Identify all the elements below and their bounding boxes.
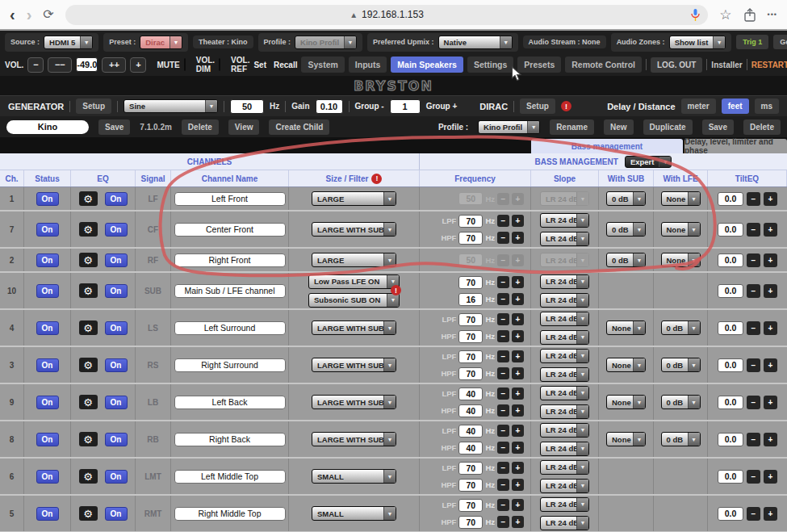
frequency-minus-button[interactable]: − [497, 350, 509, 362]
tilteq-input[interactable]: 0.0 [718, 253, 743, 267]
with-lfe-select[interactable]: None▼ [661, 253, 701, 267]
address-bar[interactable]: ▲ 192.168.1.153 [65, 5, 709, 25]
upmix-select[interactable]: Native▼ [438, 36, 513, 49]
frequency-minus-button[interactable]: − [497, 499, 509, 511]
browser-menu-icon[interactable]: ••• [768, 11, 777, 19]
with-sub-select[interactable]: None▼ [606, 320, 646, 335]
bass-mode-select[interactable]: Expert▼ [625, 156, 672, 168]
size-filter-select[interactable]: LARGE WITH SUB▼ [312, 358, 396, 372]
frequency-plus-button[interactable]: + [512, 293, 524, 305]
tilteq-input[interactable]: 0.0 [718, 321, 743, 335]
slope-select[interactable]: LR 24 dB▼ [540, 386, 589, 400]
slope-select[interactable]: LR 24 dB▼ [540, 213, 589, 228]
bookmark-star-icon[interactable]: ☆ [719, 8, 731, 22]
slope-select[interactable]: LR 24 dB▼ [540, 253, 589, 267]
with-sub-select[interactable]: 0 dB▼ [606, 191, 646, 206]
vol-minus-button[interactable]: − [27, 57, 44, 73]
config-name-input[interactable]: Kino [6, 120, 89, 134]
tilteq-minus-button[interactable]: − [747, 507, 760, 521]
tab-system[interactable]: System [301, 57, 344, 73]
eq-gear-icon[interactable]: ⚙ [79, 283, 98, 298]
tilteq-plus-button[interactable]: + [764, 253, 777, 267]
frequency-input[interactable]: 70 [458, 350, 483, 363]
browser-back-icon[interactable]: ‹ [10, 6, 15, 23]
with-lfe-select[interactable]: 0 dB▼ [661, 320, 701, 335]
unit-meter-button[interactable]: meter [681, 98, 716, 114]
frequency-minus-button[interactable]: − [497, 425, 509, 437]
tilteq-plus-button[interactable]: + [764, 192, 777, 206]
tilteq-plus-button[interactable]: + [764, 507, 777, 521]
with-sub-select[interactable]: 0 dB▼ [606, 222, 646, 237]
frequency-minus-button[interactable]: − [497, 387, 509, 400]
frequency-input[interactable]: 16 [458, 293, 483, 306]
channel-name-input[interactable]: Main Sub / LFE channel [174, 284, 286, 298]
frequency-plus-button[interactable]: + [512, 442, 524, 454]
profile-duplicate-button[interactable]: Duplicate [643, 119, 693, 135]
slope-select[interactable]: LR 24 dB▼ [540, 191, 589, 206]
frequency-plus-button[interactable]: + [512, 350, 524, 362]
tilteq-minus-button[interactable]: − [747, 284, 760, 298]
slope-select[interactable]: LR 24 dB▼ [540, 404, 589, 419]
slope-select[interactable]: LR 24 dB▼ [540, 497, 589, 512]
with-lfe-select[interactable]: 0 dB▼ [661, 395, 701, 409]
tilteq-input[interactable]: 0.0 [718, 223, 743, 237]
preset-select[interactable]: Dirac▼ [140, 36, 182, 49]
profile-save-button[interactable]: Save [702, 119, 734, 135]
tilteq-minus-button[interactable]: − [747, 396, 760, 409]
frequency-input[interactable]: 70 [458, 215, 483, 228]
frequency-input[interactable]: 70 [458, 313, 483, 326]
with-lfe-select[interactable]: None▼ [661, 222, 701, 237]
vol-plus-big-button[interactable]: ++ [102, 57, 126, 73]
vol-plus-button[interactable]: + [130, 57, 146, 73]
config-save-button[interactable]: Save [98, 119, 130, 135]
profile-delete-button[interactable]: Delete [743, 119, 781, 135]
frequency-plus-button[interactable]: + [512, 425, 524, 437]
frequency-minus-button[interactable]: − [497, 276, 509, 288]
size-filter-select[interactable]: LARGE WITH SUB▼ [312, 222, 396, 237]
channel-name-input[interactable]: Center Front [174, 223, 286, 237]
config-delete-button[interactable]: Delete [182, 119, 219, 135]
status-on-button[interactable]: On [36, 253, 59, 267]
generator-freq-input[interactable]: 50 [230, 99, 264, 114]
size-filter-select[interactable]: SMALL▼ [312, 469, 396, 484]
dirac-setup-button[interactable]: Setup [520, 98, 555, 114]
size-filter-select[interactable]: Subsonic SUB ON▼ [308, 293, 400, 308]
status-on-button[interactable]: On [36, 470, 59, 484]
status-on-button[interactable]: On [36, 223, 59, 237]
eq-on-button[interactable]: On [105, 321, 128, 335]
size-filter-select[interactable]: LARGE WITH SUB▼ [312, 320, 396, 335]
status-on-button[interactable]: On [36, 192, 59, 206]
tab-delay-level-limiter-phase[interactable]: Delay, level, limiter and phase [684, 139, 787, 153]
slope-select[interactable]: LR 24 dB▼ [540, 423, 589, 438]
browser-forward-icon[interactable]: › [27, 6, 32, 23]
status-on-button[interactable]: On [36, 321, 59, 335]
vol-input[interactable]: -49.0 [76, 57, 98, 72]
tilteq-plus-button[interactable]: + [764, 321, 777, 335]
tilteq-plus-button[interactable]: + [764, 433, 777, 446]
restart-system-button[interactable]: RESTART [751, 61, 787, 69]
eq-gear-icon[interactable]: ⚙ [79, 253, 98, 267]
frequency-plus-button[interactable]: + [512, 313, 524, 325]
tilteq-input[interactable]: 0.0 [718, 433, 743, 446]
with-lfe-select[interactable]: None▼ [661, 191, 701, 206]
slope-select[interactable]: LR 24 dB▼ [540, 367, 589, 382]
frequency-minus-button[interactable]: − [497, 442, 509, 454]
group-plus-button[interactable]: Group + [426, 102, 458, 111]
frequency-input[interactable]: 70 [458, 232, 483, 245]
generator-setup-button[interactable]: Setup [76, 98, 111, 114]
eq-on-button[interactable]: On [105, 253, 128, 267]
tab-inputs[interactable]: Inputs [349, 57, 387, 73]
frequency-minus-button[interactable]: − [497, 330, 509, 342]
frequency-plus-button[interactable]: + [512, 367, 524, 379]
frequency-input[interactable]: 40 [458, 404, 483, 417]
eq-on-button[interactable]: On [105, 358, 128, 372]
tab-presets[interactable]: Presets [517, 57, 561, 73]
profile-rename-button[interactable]: Rename [550, 119, 594, 135]
with-sub-select[interactable]: None▼ [606, 395, 646, 409]
frequency-minus-button[interactable]: − [497, 293, 509, 305]
tilteq-minus-button[interactable]: − [747, 470, 760, 484]
audio-zones-select[interactable]: Show list▼ [669, 36, 726, 49]
eq-gear-icon[interactable]: ⚙ [79, 222, 98, 237]
tilteq-minus-button[interactable]: − [747, 192, 760, 206]
eq-gear-icon[interactable]: ⚙ [79, 432, 98, 446]
